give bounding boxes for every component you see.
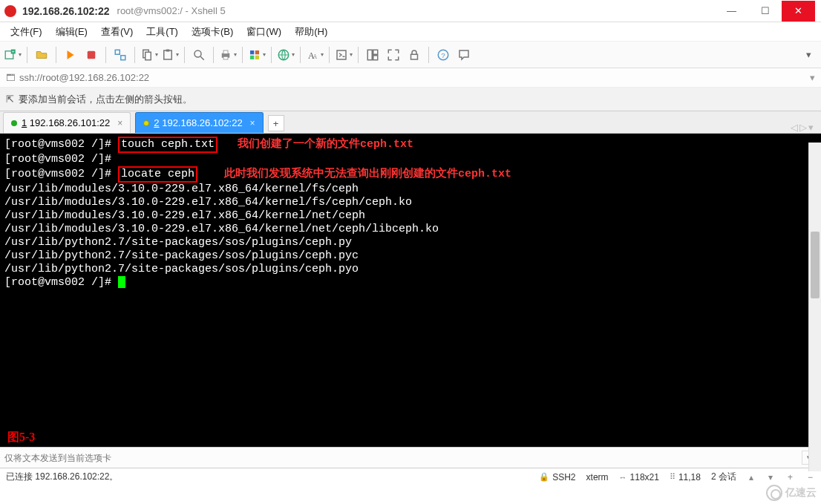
maximize-button[interactable]: ☐ [748,1,782,22]
copy-button[interactable] [140,45,159,65]
menu-file[interactable]: 文件(F) [4,23,48,41]
properties-button[interactable] [111,45,130,65]
reconnect-button[interactable] [61,45,80,65]
svg-rect-23 [367,50,372,60]
tab-add-button[interactable]: + [268,115,284,131]
prompt: [root@vms002 /]# [4,276,118,289]
message-bar: ⇱ 要添加当前会话，点击左侧的箭头按钮。 [0,88,821,111]
session-add-icon[interactable]: + [785,472,795,482]
svg-rect-25 [373,55,378,59]
output-line: /usr/lib/modules/3.10.0-229.el7.x86_64/k… [4,196,817,209]
print-button[interactable] [218,45,238,65]
tab-bar: 1 192.168.26.101:22 × 2 192.168.26.102:2… [0,111,821,134]
script-button[interactable] [334,45,353,65]
watermark: 亿速云 [766,485,817,501]
disconnect-button[interactable] [82,45,101,65]
menu-edit[interactable]: 编辑(E) [50,23,94,41]
layout-button[interactable] [363,45,382,65]
tab-2[interactable]: 2 192.168.26.102:22 × [135,112,263,133]
svg-rect-7 [145,52,151,60]
close-button[interactable]: ✕ [782,1,815,22]
svg-line-11 [200,56,204,60]
tab-nav: ◁ ▷ ▾ [791,122,821,133]
svg-rect-8 [164,50,172,59]
lock-icon: 🔒 [539,472,549,482]
svg-point-10 [194,50,201,57]
status-cursor-pos: ⠿11,18 [670,472,701,482]
status-size: ↔118x21 [619,472,659,482]
tab-status-icon [143,120,149,126]
session-down-icon[interactable]: ▾ [766,472,775,482]
cursor [118,276,125,288]
tab-nav-right-icon[interactable]: ▷ [799,122,807,133]
scrollbar-thumb[interactable] [811,232,820,298]
minimize-button[interactable]: — [715,1,748,22]
menu-tabs[interactable]: 选项卡(B) [186,23,239,41]
status-connection: 已连接 192.168.26.102:22。 [6,471,118,483]
find-button[interactable] [189,45,209,65]
prompt: [root@vms002 /]# [4,153,111,166]
output-line: /usr/lib/python2.7/site-packages/sos/plu… [4,249,817,263]
open-button[interactable] [32,45,51,65]
prompt: [root@vms002 /]# [4,168,118,180]
font-button[interactable]: AA [305,45,324,65]
svg-rect-3 [88,50,96,59]
tab-number: 1 [22,117,27,128]
session-remove-icon[interactable]: − [805,472,815,482]
new-session-button[interactable]: + [3,45,22,65]
tab-close-icon[interactable]: × [117,118,122,128]
svg-rect-18 [255,55,259,59]
status-sessions: 2 会话 [711,471,736,483]
menu-view[interactable]: 查看(V) [95,23,139,41]
scrollbar[interactable] [808,143,821,471]
svg-rect-4 [115,50,120,54]
svg-text:?: ? [441,50,445,59]
fullscreen-button[interactable] [384,45,403,65]
status-bar: 已连接 192.168.26.102:22。 🔒SSH2 xterm ↔118x… [0,468,821,485]
terminal[interactable]: [root@vms002 /]# touch ceph.txt 我们创建了一个新… [0,134,821,447]
menu-tools[interactable]: 工具(T) [140,23,184,41]
watermark-icon [766,485,782,501]
tab-status-icon [11,120,17,126]
svg-rect-17 [250,55,254,59]
menu-window[interactable]: 窗口(W) [241,23,287,41]
menu-help[interactable]: 帮助(H) [289,23,333,41]
tool-bar: + AA ? ▾ [0,42,821,68]
color-scheme-button[interactable] [247,45,266,65]
address-dropdown-icon[interactable]: ▾ [810,72,815,83]
watermark-text: 亿速云 [785,486,817,500]
svg-rect-26 [411,54,418,59]
output-line: /usr/lib/python2.7/site-packages/sos/plu… [4,236,817,249]
toolbar-menu-button[interactable]: ▾ [799,45,818,65]
cursor-pos-icon: ⠿ [670,472,676,482]
tab-1[interactable]: 1 192.168.26.101:22 × [3,112,131,133]
help-button[interactable]: ? [434,45,453,65]
paste-button[interactable] [160,45,180,65]
feedback-button[interactable] [454,45,474,65]
output-line: /usr/lib/modules/3.10.0-229.el7.x86_64/k… [4,209,817,223]
figure-label: 图5-3 [7,431,35,444]
add-session-arrow-icon[interactable]: ⇱ [6,94,14,105]
encoding-button[interactable] [276,45,295,65]
address-url[interactable]: ssh://root@192.168.26.102:22 [19,72,149,83]
message-text: 要添加当前会话，点击左侧的箭头按钮。 [19,93,192,106]
svg-text:A: A [313,53,318,59]
tab-number: 2 [154,117,159,128]
send-bar: ▾ [0,447,821,468]
window-title-sub: root@vms002:/ - Xshell 5 [117,5,226,16]
lock-button[interactable] [405,45,424,65]
resize-icon: ↔ [619,473,627,482]
status-protocol: 🔒SSH2 [539,472,575,482]
session-up-icon[interactable]: ▴ [747,472,756,482]
send-input[interactable] [4,453,802,463]
tab-close-icon[interactable]: × [250,118,255,128]
svg-rect-24 [373,50,378,54]
annotation: 我们创建了一个新的文件ceph.txt [238,138,413,151]
tab-nav-left-icon[interactable]: ◁ [791,122,798,133]
svg-rect-9 [166,49,170,51]
output-line: /usr/lib/python2.7/site-packages/sos/plu… [4,263,817,276]
address-bar: 🗔 ssh://root@192.168.26.102:22 ▾ [0,68,821,88]
tab-nav-menu-icon[interactable]: ▾ [808,122,814,133]
svg-rect-14 [223,56,228,59]
app-icon [4,5,16,17]
